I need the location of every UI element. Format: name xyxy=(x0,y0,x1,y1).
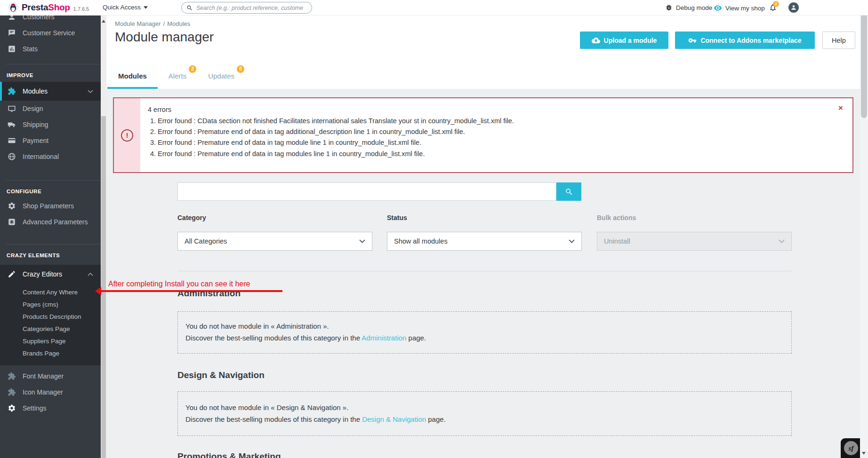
view-my-shop-link[interactable]: View my shop xyxy=(714,4,765,12)
breadcrumb-modules[interactable]: Modules xyxy=(167,20,190,27)
status-select[interactable]: Show all modules xyxy=(387,232,582,251)
upload-module-button[interactable]: Upload a module xyxy=(580,32,668,49)
person-icon xyxy=(8,16,16,21)
symfony-logo-icon: sf xyxy=(844,441,858,455)
sidebar-item-customer-service[interactable]: Customer Service xyxy=(0,25,101,41)
crazy-editors-submenu: Content Any Where Pages (cms) Products D… xyxy=(0,284,101,360)
close-icon[interactable]: × xyxy=(838,104,843,112)
error-item: Error found : CData section not finished… xyxy=(158,116,514,126)
module-search-button[interactable] xyxy=(556,182,581,201)
discover-text: Discover the best-selling modules of thi… xyxy=(185,414,791,426)
globe-icon xyxy=(8,152,16,161)
design-navigation-empty-box: You do not have module in « Design & Nav… xyxy=(177,391,792,436)
sidebar-subitem-content-any-where[interactable]: Content Any Where xyxy=(0,286,101,299)
sidebar-menu: Customers Customer Service Stats IMPROVE… xyxy=(0,16,101,416)
discover-text: Discover the best-selling modules of thi… xyxy=(185,332,791,344)
chevron-down-icon xyxy=(359,239,365,243)
quick-access-dropdown[interactable]: Quick Access xyxy=(103,4,148,11)
global-search xyxy=(181,2,312,14)
breadcrumb-separator: / xyxy=(163,20,165,27)
sidebar-item-customers[interactable]: Customers xyxy=(0,16,101,25)
page-header: Module Manager/Modules Module manager Up… xyxy=(106,16,860,89)
sidebar-item-international[interactable]: International xyxy=(0,149,101,165)
profile-avatar[interactable] xyxy=(788,2,799,13)
search-icon xyxy=(186,5,193,11)
sidebar-subitem-suppliers-page[interactable]: Suppliers Page xyxy=(0,335,101,347)
tab-modules[interactable]: Modules xyxy=(107,63,158,89)
pencil-icon xyxy=(8,270,16,278)
error-item: Error found : Premature end of data in t… xyxy=(158,137,514,148)
monitor-icon xyxy=(8,104,16,113)
tab-updates[interactable]: Updates 0 xyxy=(197,63,245,89)
symfony-toolbar-button[interactable]: sf xyxy=(841,438,861,458)
annotation-text: After completing Install you can see it … xyxy=(108,280,250,288)
administration-link[interactable]: Administration xyxy=(362,334,406,342)
bulk-actions-label: Bulk actions xyxy=(597,214,636,221)
sidebar-subitem-brands-page[interactable]: Brands Page xyxy=(0,347,101,360)
version-label: 1.7.6.5 xyxy=(73,6,89,12)
credit-card-icon xyxy=(8,136,16,145)
breadcrumb-module-manager[interactable]: Module Manager xyxy=(115,20,161,27)
page-scrollbar-thumb[interactable] xyxy=(861,8,867,118)
chevron-down-icon xyxy=(569,239,575,243)
sidebar-item-shipping[interactable]: Shipping xyxy=(0,117,101,133)
global-search-input[interactable] xyxy=(196,5,307,11)
module-search-input[interactable] xyxy=(177,182,556,201)
gear-icon xyxy=(8,202,16,210)
sidebar-item-settings[interactable]: Settings xyxy=(0,400,101,416)
status-label: Status xyxy=(387,214,407,221)
sidebar-subitem-products-description[interactable]: Products Description xyxy=(0,311,101,323)
key-icon xyxy=(688,36,697,45)
truck-icon xyxy=(8,120,16,129)
notifications-badge: 2 xyxy=(773,1,779,7)
eye-icon xyxy=(714,4,722,12)
scroll-down-arrow-icon[interactable] xyxy=(862,452,866,455)
page-title: Module manager xyxy=(115,30,214,45)
sidebar-scrollbar-thumb[interactable] xyxy=(101,116,106,458)
category-select[interactable]: All Categories xyxy=(177,232,372,251)
sidebar-item-font-manager[interactable]: Font Manager xyxy=(0,368,101,384)
chevron-down-icon xyxy=(779,239,785,243)
sidebar-subitem-categories-page[interactable]: Categories Page xyxy=(0,323,101,335)
sidebar-item-stats[interactable]: Stats xyxy=(0,41,101,57)
cloud-upload-icon xyxy=(592,36,600,45)
chevron-up-icon xyxy=(88,273,93,276)
prestashop-penguin-icon xyxy=(8,2,19,13)
bug-icon xyxy=(665,4,673,11)
gear-icon xyxy=(8,404,16,412)
empty-text: You do not have module in « Design & Nav… xyxy=(185,402,791,414)
page-scrollbar[interactable] xyxy=(860,0,868,458)
sidebar: Customers Customer Service Stats IMPROVE… xyxy=(0,16,101,458)
updates-badge: 0 xyxy=(237,65,244,73)
prestashop-admin-screen: PrestaShop 1.7.6.5 Quick Access Debug mo… xyxy=(0,0,868,458)
sidebar-item-design[interactable]: Design xyxy=(0,101,101,117)
help-button[interactable]: Help xyxy=(822,32,855,49)
connect-addons-button[interactable]: Connect to Addons marketplace xyxy=(675,32,815,49)
search-icon xyxy=(565,188,573,196)
sidebar-scrollbar[interactable] xyxy=(101,16,106,458)
sidebar-item-icon-manager[interactable]: Icon Manager xyxy=(0,384,101,400)
section-heading-promotions-marketing: Promotions & Marketing xyxy=(177,451,281,458)
tab-bar: Modules Alerts 2 Updates 0 xyxy=(107,63,245,89)
alert-content: 4 errors Error found : CData section not… xyxy=(140,98,514,172)
alert-stripe xyxy=(114,98,140,172)
puzzle-icon xyxy=(8,87,16,95)
sidebar-item-crazy-editors[interactable]: Crazy Editors xyxy=(0,265,101,284)
sidebar-item-shop-parameters[interactable]: Shop Parameters xyxy=(0,198,101,214)
sidebar-item-payment[interactable]: Payment xyxy=(0,133,101,149)
debug-mode-button[interactable]: Debug mode xyxy=(665,4,712,11)
sidebar-item-modules[interactable]: Modules xyxy=(0,82,101,101)
sidebar-subitem-pages-cms[interactable]: Pages (cms) xyxy=(0,299,101,311)
design-navigation-link[interactable]: Design & Navigation xyxy=(362,415,426,423)
sidebar-item-advanced-parameters[interactable]: Advanced Parameters xyxy=(0,214,101,230)
error-list: Error found : CData section not finished… xyxy=(148,116,514,159)
page-body: 4 errors Error found : CData section not… xyxy=(106,89,860,458)
scroll-up-arrow-icon[interactable] xyxy=(102,20,105,23)
tab-alerts[interactable]: Alerts 2 xyxy=(158,63,197,89)
notifications-button[interactable]: 2 xyxy=(769,3,779,14)
administration-empty-box: You do not have module in « Administrati… xyxy=(177,311,792,354)
main-content: Module Manager/Modules Module manager Up… xyxy=(106,16,860,458)
prestashop-logo[interactable]: PrestaShop 1.7.6.5 xyxy=(8,2,89,13)
person-icon xyxy=(790,4,797,11)
bulk-actions-select: Uninstall xyxy=(597,232,792,251)
